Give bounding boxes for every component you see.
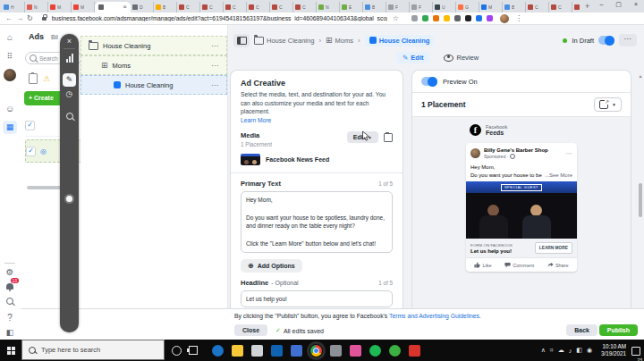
panel-tab[interactable]: Bil (51, 34, 58, 40)
file-explorer-taskbar-icon[interactable] (232, 345, 243, 357)
row-menu-icon[interactable]: ⋯ (211, 81, 219, 89)
forward-icon[interactable]: → (16, 14, 23, 23)
camtasia-taskbar-icon[interactable] (389, 345, 401, 357)
ads-manager-icon[interactable]: ▦ (0, 121, 20, 134)
browser-tab[interactable]: C (549, 2, 572, 13)
help-icon[interactable]: ? (0, 313, 20, 323)
browser-tab[interactable]: C (177, 2, 200, 13)
reload-icon[interactable]: ↻ (27, 14, 33, 23)
page-name[interactable]: Billy Gene's Barber Shop (484, 147, 548, 154)
tray-audio-icon[interactable]: ♪ (569, 348, 572, 354)
apps-grid-icon[interactable]: ⠿ (0, 51, 20, 62)
tray-display-icon[interactable]: ◧ (576, 347, 582, 354)
see-more-link[interactable]: ...See More (545, 172, 572, 178)
store-taskbar-icon[interactable] (251, 345, 263, 357)
home-icon[interactable]: ⌂ (0, 32, 20, 43)
row-menu-icon[interactable]: ⋯ (211, 42, 219, 50)
browser-extension-icon[interactable] (411, 15, 418, 21)
horizontal-scrollbar[interactable] (27, 186, 61, 189)
browser-tab[interactable]: F (410, 2, 433, 13)
comment-button[interactable]: Comment (504, 262, 534, 268)
timer-tool-icon[interactable]: ◷ (60, 89, 79, 98)
checkbox-checked[interactable]: ✓ (25, 121, 35, 130)
new-tab-button[interactable]: + (585, 2, 589, 11)
tray-volume-icon[interactable]: ◉ (587, 347, 592, 354)
tree-item-adset[interactable]: ⊞ Moms ⋯ (80, 55, 227, 75)
draft-toggle[interactable] (598, 36, 614, 45)
window-minimize-icon[interactable]: – (593, 0, 609, 9)
profile-avatar[interactable] (500, 14, 509, 23)
settings-gear-icon[interactable]: ⚙ (0, 267, 20, 278)
browser-tab[interactable]: F (386, 2, 410, 13)
task-view-icon[interactable] (189, 346, 198, 355)
pinwheel-app-taskbar-icon[interactable] (350, 345, 361, 357)
terms-link[interactable]: Terms and Advertising Guidelines. (389, 313, 481, 319)
taskbar-search-input[interactable]: Type here to search (21, 340, 165, 360)
browser-tab[interactable]: N (317, 2, 340, 13)
browser-tab[interactable]: G (456, 2, 479, 13)
learn-more-link[interactable]: Learn More (241, 117, 393, 123)
url-field[interactable]: business.facebook.com/adsmanager/manage/… (52, 15, 387, 21)
browser-extension-icon[interactable] (454, 15, 461, 21)
edge-taskbar-icon[interactable] (212, 345, 224, 357)
pages-icon[interactable]: ☺ (0, 104, 20, 114)
browser-tab[interactable]: B (363, 2, 386, 13)
browser-extension-icon[interactable] (465, 15, 471, 21)
scrollbar-thumb[interactable] (639, 183, 642, 217)
taskbar-clock[interactable]: 10:10 AM 3/19/2021 (601, 340, 626, 361)
browser-tab[interactable]: × (95, 2, 131, 13)
overlay-close-icon[interactable]: × (60, 37, 79, 46)
share-preview-button[interactable]: ▼ (594, 97, 622, 112)
browser-tab[interactable]: C (572, 2, 581, 13)
close-button[interactable]: Close (234, 324, 267, 336)
browser-extension-icon[interactable] (487, 15, 493, 21)
browser-tab[interactable]: N (25, 2, 48, 13)
preview-toggle[interactable] (421, 77, 437, 86)
account-avatar[interactable] (0, 69, 20, 84)
tray-cloud-icon[interactable]: ☁ (558, 347, 564, 354)
pencil-tool-icon[interactable]: ✎ (60, 70, 79, 87)
share-button[interactable]: Share (547, 262, 569, 268)
browser-tab[interactable]: C (200, 2, 224, 13)
browser-tab[interactable]: M (72, 2, 95, 13)
browser-tab[interactable]: B (154, 2, 177, 13)
browser-tab[interactable]: H (2, 2, 25, 13)
publish-button[interactable]: Publish (599, 324, 638, 336)
primary-text-input[interactable]: Hey Mom, Do you want your house to be sp… (241, 191, 393, 253)
overlay-handle[interactable] (60, 191, 79, 207)
chart-tool-icon[interactable] (60, 54, 79, 63)
browser-extension-icon[interactable] (476, 15, 482, 21)
toggle-tree-button[interactable] (233, 34, 250, 47)
row-menu-icon[interactable]: ⋯ (211, 62, 219, 70)
media-thumbnail[interactable] (241, 154, 260, 165)
rail-search-icon[interactable] (0, 297, 20, 307)
cortana-icon[interactable] (172, 346, 182, 356)
browser-extension-icon[interactable] (444, 15, 450, 21)
collapse-panel-icon[interactable]: ◧ (0, 327, 20, 338)
add-options-button[interactable]: ⊕ Add Options (241, 259, 302, 273)
notifications-bell-icon[interactable]: 13 (0, 281, 20, 292)
tray-chevron-icon[interactable]: ∧ (541, 347, 546, 354)
recorder-taskbar-icon[interactable] (409, 345, 420, 357)
start-button[interactable] (0, 340, 21, 361)
chrome-taskbar-icon[interactable] (310, 345, 322, 357)
clipboard-icon[interactable] (29, 73, 38, 84)
window-close-icon[interactable]: × (628, 0, 644, 9)
learn-more-button[interactable]: LEARN MORE (535, 242, 572, 254)
tab-close-icon[interactable]: × (123, 4, 127, 10)
spotify-taskbar-icon[interactable] (369, 345, 381, 357)
tray-icon[interactable]: ⌗ (550, 347, 554, 354)
like-button[interactable]: Like (474, 262, 491, 268)
tree-item-ad-selected[interactable]: House Cleaning ⋯ (80, 75, 227, 95)
browser-extension-icon[interactable] (433, 15, 439, 21)
browser-tab[interactable]: C (526, 2, 549, 13)
headline-input[interactable]: Let us help you! (241, 290, 393, 308)
browser-tab[interactable]: E (340, 2, 363, 13)
scroll-up-icon[interactable]: ▲ (638, 73, 643, 79)
more-menu-button[interactable]: ⋯ (619, 34, 637, 46)
checkbox-checked[interactable]: ✓ (26, 147, 36, 156)
browser-tab[interactable]: B (503, 2, 526, 13)
breadcrumb-adset[interactable]: Moms (335, 37, 353, 45)
vertical-scrollbar[interactable]: ▲ (638, 73, 643, 304)
back-icon[interactable]: ← (5, 14, 13, 23)
